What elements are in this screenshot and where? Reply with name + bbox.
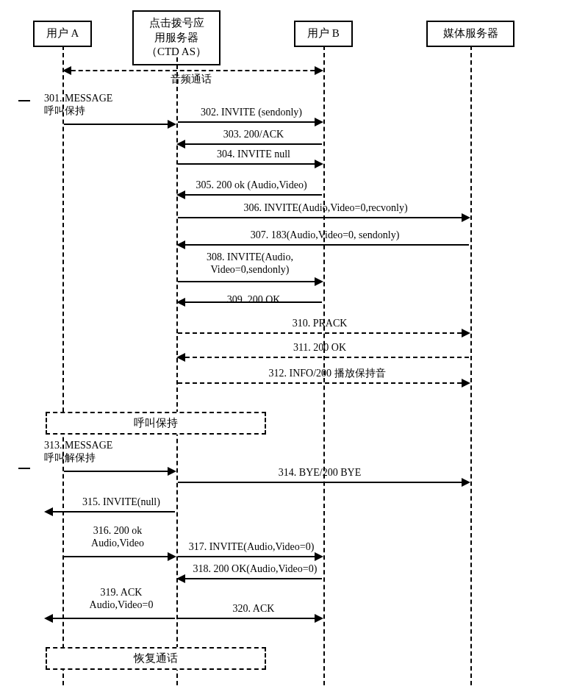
arrow-305 (178, 194, 322, 196)
arrow-311 (178, 357, 469, 358)
label-audio-call: 音频通话 (132, 74, 250, 86)
msg-312: 312. INFO/200 播放保持音 (209, 368, 445, 380)
tick (18, 100, 30, 101)
msg-317: 317. INVITE(Audio,Video=0) (178, 541, 325, 554)
ctd-line1: 点击拨号应 (149, 17, 204, 29)
msg-307: 307. 183(Audio,Video=0, sendonly) (193, 229, 457, 242)
ctd-line2: 用服务器 (154, 32, 198, 43)
msg-306: 306. INVITE(Audio,Video=0,recvonly) (190, 202, 462, 215)
msg-310: 310. PRACK (220, 318, 419, 330)
msg-320: 320. ACK (191, 603, 316, 615)
msg-301: 301. MESSAGE 呼叫保持 (44, 93, 162, 118)
arrow-304 (178, 163, 322, 165)
arrow-307 (178, 244, 469, 246)
msg-319: 319. ACK Audio,Video=0 (66, 587, 176, 612)
arrow-318 (178, 578, 322, 579)
arrow-309 (178, 301, 322, 303)
arrow-317 (178, 556, 322, 557)
arrow-313 (64, 471, 175, 472)
arrow-312 (178, 382, 469, 384)
sequence-diagram: 用户 A 点击拨号应 用服务器 （CTD AS） 用户 B 媒体服务器 音频通话… (0, 0, 588, 700)
msg-316: 316. 200 ok Audio,Video (66, 525, 169, 550)
arrow-308 (178, 281, 322, 282)
arrow-302 (178, 121, 322, 123)
msg-314: 314. BYE/200 BYE (220, 467, 419, 479)
arrow-314 (178, 482, 469, 483)
arrow-310 (178, 332, 469, 334)
lifeline-media (470, 46, 472, 685)
lifeline-ctd (176, 57, 178, 685)
arrow-301 (64, 124, 175, 125)
msg-315: 315. INVITE(null) (66, 496, 176, 509)
span-audio-call (64, 70, 322, 71)
arrow-320 (178, 618, 322, 619)
actor-media-server: 媒体服务器 (426, 21, 514, 47)
msg-313: 313. MESSAGE 呼叫解保持 (44, 440, 162, 465)
msg-302: 302. INVITE (sendonly) (178, 107, 325, 119)
msg-303: 303. 200/ACK (191, 129, 316, 141)
arrow-319 (46, 618, 175, 619)
arrow-303 (178, 143, 322, 145)
msg-304: 304. INVITE null (191, 149, 316, 161)
actor-user-b: 用户 B (294, 21, 353, 47)
msg-318: 318. 200 OK(Audio,Video=0) (178, 563, 332, 576)
arrow-306 (178, 217, 469, 218)
msg-311: 311. 200 OK (220, 342, 419, 354)
note-hold: 呼叫保持 (46, 412, 266, 435)
arrow-315 (46, 511, 175, 512)
lifeline-a (62, 46, 64, 685)
actor-user-a: 用户 A (33, 21, 92, 47)
tick (18, 468, 30, 469)
note-resume: 恢复通话 (46, 647, 266, 670)
msg-305: 305. 200 ok (Audio,Video) (178, 179, 325, 192)
lifeline-b (323, 46, 325, 685)
ctd-line3: （CTD AS） (146, 46, 207, 57)
msg-308: 308. INVITE(Audio, Video=0,sendonly) (184, 251, 316, 276)
arrow-316 (64, 556, 175, 557)
msg-309: 309. 200 OK (191, 294, 316, 307)
